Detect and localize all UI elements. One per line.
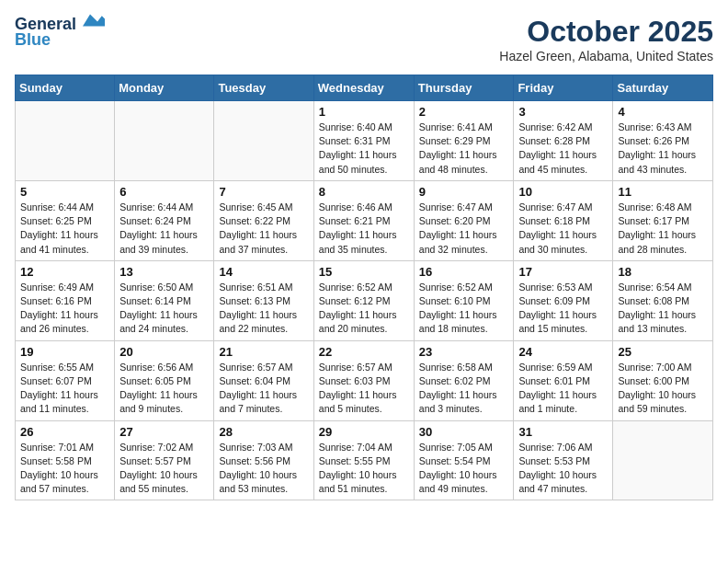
day-info: Sunrise: 6:59 AM Sunset: 6:01 PM Dayligh… [518,361,608,417]
day-number: 31 [518,425,608,439]
day-info: Sunrise: 6:45 AM Sunset: 6:22 PM Dayligh… [219,201,308,257]
day-number: 27 [119,425,209,439]
day-cell: 6Sunrise: 6:44 AM Sunset: 6:24 PM Daylig… [115,180,214,260]
day-info: Sunrise: 7:03 AM Sunset: 5:56 PM Dayligh… [219,441,308,497]
day-number: 20 [119,345,209,359]
day-info: Sunrise: 6:55 AM Sunset: 6:07 PM Dayligh… [20,361,109,417]
day-cell: 13Sunrise: 6:50 AM Sunset: 6:14 PM Dayli… [115,260,214,340]
day-cell: 26Sunrise: 7:01 AM Sunset: 5:58 PM Dayli… [16,420,115,500]
day-info: Sunrise: 6:58 AM Sunset: 6:02 PM Dayligh… [419,361,509,417]
day-number: 1 [319,105,409,119]
day-cell: 30Sunrise: 7:05 AM Sunset: 5:54 PM Dayli… [414,420,514,500]
week-row-1: 1Sunrise: 6:40 AM Sunset: 6:31 PM Daylig… [16,101,713,181]
day-cell: 16Sunrise: 6:52 AM Sunset: 6:10 PM Dayli… [414,260,514,340]
svg-marker-0 [83,15,105,27]
day-info: Sunrise: 6:41 AM Sunset: 6:29 PM Dayligh… [419,121,509,177]
day-number: 29 [319,425,409,439]
day-cell: 15Sunrise: 6:52 AM Sunset: 6:12 PM Dayli… [313,260,414,340]
day-info: Sunrise: 6:43 AM Sunset: 6:26 PM Dayligh… [618,121,708,177]
day-cell: 19Sunrise: 6:55 AM Sunset: 6:07 PM Dayli… [16,340,115,420]
day-number: 8 [319,185,409,199]
day-number: 21 [219,345,308,359]
day-cell: 1Sunrise: 6:40 AM Sunset: 6:31 PM Daylig… [313,101,414,181]
day-info: Sunrise: 6:52 AM Sunset: 6:12 PM Dayligh… [319,281,409,337]
day-info: Sunrise: 6:46 AM Sunset: 6:21 PM Dayligh… [319,201,409,257]
weekday-header-row: SundayMondayTuesdayWednesdayThursdayFrid… [16,75,713,101]
day-cell: 2Sunrise: 6:41 AM Sunset: 6:29 PM Daylig… [414,101,514,181]
day-cell: 4Sunrise: 6:43 AM Sunset: 6:26 PM Daylig… [613,101,713,181]
day-cell: 5Sunrise: 6:44 AM Sunset: 6:25 PM Daylig… [16,180,115,260]
week-row-3: 12Sunrise: 6:49 AM Sunset: 6:16 PM Dayli… [16,260,713,340]
day-cell: 9Sunrise: 6:47 AM Sunset: 6:20 PM Daylig… [414,180,514,260]
day-info: Sunrise: 7:01 AM Sunset: 5:58 PM Dayligh… [20,441,109,497]
day-cell: 7Sunrise: 6:45 AM Sunset: 6:22 PM Daylig… [214,180,313,260]
day-cell: 21Sunrise: 6:57 AM Sunset: 6:04 PM Dayli… [214,340,313,420]
day-number: 10 [518,185,608,199]
day-info: Sunrise: 6:42 AM Sunset: 6:28 PM Dayligh… [518,121,608,177]
day-cell [115,101,214,181]
day-number: 12 [20,265,109,279]
day-info: Sunrise: 6:53 AM Sunset: 6:09 PM Dayligh… [518,281,608,337]
day-info: Sunrise: 7:00 AM Sunset: 6:00 PM Dayligh… [618,361,708,417]
logo-icon [83,11,105,29]
weekday-friday: Friday [514,75,613,101]
day-number: 28 [219,425,308,439]
day-info: Sunrise: 6:44 AM Sunset: 6:24 PM Dayligh… [119,201,209,257]
page-header: General Blue October 2025 Hazel Green, A… [15,15,713,63]
day-number: 30 [419,425,509,439]
calendar-body: 1Sunrise: 6:40 AM Sunset: 6:31 PM Daylig… [16,101,713,500]
day-number: 18 [618,265,708,279]
weekday-thursday: Thursday [414,75,514,101]
day-number: 7 [219,185,308,199]
day-cell: 28Sunrise: 7:03 AM Sunset: 5:56 PM Dayli… [214,420,313,500]
title-block: October 2025 Hazel Green, Alabama, Unite… [499,15,713,63]
day-cell: 20Sunrise: 6:56 AM Sunset: 6:05 PM Dayli… [115,340,214,420]
day-info: Sunrise: 6:47 AM Sunset: 6:18 PM Dayligh… [518,201,608,257]
day-number: 11 [618,185,708,199]
week-row-2: 5Sunrise: 6:44 AM Sunset: 6:25 PM Daylig… [16,180,713,260]
week-row-5: 26Sunrise: 7:01 AM Sunset: 5:58 PM Dayli… [16,420,713,500]
day-number: 24 [518,345,608,359]
day-number: 16 [419,265,509,279]
day-number: 22 [319,345,409,359]
day-number: 9 [419,185,509,199]
day-cell: 3Sunrise: 6:42 AM Sunset: 6:28 PM Daylig… [514,101,613,181]
weekday-tuesday: Tuesday [214,75,313,101]
day-info: Sunrise: 7:04 AM Sunset: 5:55 PM Dayligh… [319,441,409,497]
day-info: Sunrise: 6:48 AM Sunset: 6:17 PM Dayligh… [618,201,708,257]
weekday-saturday: Saturday [613,75,713,101]
day-cell: 27Sunrise: 7:02 AM Sunset: 5:57 PM Dayli… [115,420,214,500]
day-number: 6 [119,185,209,199]
day-info: Sunrise: 7:05 AM Sunset: 5:54 PM Dayligh… [419,441,509,497]
day-info: Sunrise: 6:47 AM Sunset: 6:20 PM Dayligh… [419,201,509,257]
weekday-wednesday: Wednesday [313,75,414,101]
month-title: October 2025 [499,15,713,49]
day-number: 26 [20,425,109,439]
location: Hazel Green, Alabama, United States [499,49,713,63]
day-info: Sunrise: 6:44 AM Sunset: 6:25 PM Dayligh… [20,201,109,257]
day-info: Sunrise: 7:02 AM Sunset: 5:57 PM Dayligh… [119,441,209,497]
day-cell: 17Sunrise: 6:53 AM Sunset: 6:09 PM Dayli… [514,260,613,340]
day-info: Sunrise: 7:06 AM Sunset: 5:53 PM Dayligh… [518,441,608,497]
day-number: 25 [618,345,708,359]
day-cell: 14Sunrise: 6:51 AM Sunset: 6:13 PM Dayli… [214,260,313,340]
logo: General Blue [15,15,105,50]
day-cell: 24Sunrise: 6:59 AM Sunset: 6:01 PM Dayli… [514,340,613,420]
day-cell: 31Sunrise: 7:06 AM Sunset: 5:53 PM Dayli… [514,420,613,500]
day-number: 14 [219,265,308,279]
day-number: 23 [419,345,509,359]
day-info: Sunrise: 6:57 AM Sunset: 6:03 PM Dayligh… [319,361,409,417]
day-cell: 10Sunrise: 6:47 AM Sunset: 6:18 PM Dayli… [514,180,613,260]
weekday-monday: Monday [115,75,214,101]
day-number: 2 [419,105,509,119]
day-info: Sunrise: 6:54 AM Sunset: 6:08 PM Dayligh… [618,281,708,337]
day-number: 15 [319,265,409,279]
calendar: SundayMondayTuesdayWednesdayThursdayFrid… [15,75,713,500]
day-number: 5 [20,185,109,199]
day-number: 4 [618,105,708,119]
day-number: 3 [518,105,608,119]
day-cell: 29Sunrise: 7:04 AM Sunset: 5:55 PM Dayli… [313,420,414,500]
weekday-sunday: Sunday [16,75,115,101]
day-number: 17 [518,265,608,279]
day-cell: 23Sunrise: 6:58 AM Sunset: 6:02 PM Dayli… [414,340,514,420]
